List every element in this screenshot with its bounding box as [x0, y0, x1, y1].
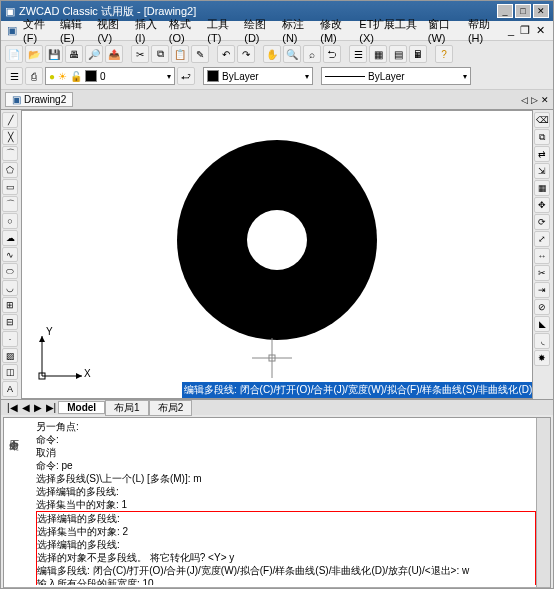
print-icon[interactable]: 🖶	[65, 45, 83, 63]
menu-draw[interactable]: 绘图(D)	[242, 15, 278, 46]
trim-icon[interactable]: ✂	[534, 265, 550, 281]
menu-dimension[interactable]: 标注(N)	[280, 15, 316, 46]
menu-help[interactable]: 帮助(H)	[466, 15, 502, 46]
open-icon[interactable]: 📂	[25, 45, 43, 63]
erase-icon[interactable]: ⌫	[534, 112, 550, 128]
fillet-icon[interactable]: ◟	[534, 333, 550, 349]
preview-icon[interactable]: 🔎	[85, 45, 103, 63]
color-combo[interactable]: ByLayer ▾	[203, 67, 313, 85]
match-icon[interactable]: ✎	[191, 45, 209, 63]
revcloud-icon[interactable]: ☁	[2, 230, 18, 246]
zoom-previous-icon[interactable]: ⮌	[323, 45, 341, 63]
zoom-window-icon[interactable]: ⌕	[303, 45, 321, 63]
copy-obj-icon[interactable]: ⧉	[534, 129, 550, 145]
line-sample	[325, 76, 365, 77]
menu-format[interactable]: 格式(O)	[167, 15, 204, 46]
publish-icon[interactable]: 📤	[105, 45, 123, 63]
tab-nav-prev-icon[interactable]: ◁	[521, 95, 528, 105]
properties-icon[interactable]: ☰	[349, 45, 367, 63]
close-button[interactable]: ✕	[533, 4, 549, 18]
menu-window[interactable]: 窗口(W)	[426, 15, 464, 46]
drawing-canvas[interactable]: X Y 编辑多段线: 闭合(C)/打开(O)/合并(J)/宽度(W)/拟合(F)…	[21, 110, 533, 399]
chamfer-icon[interactable]: ◣	[534, 316, 550, 332]
tab-nav-first[interactable]: |◀	[5, 402, 20, 413]
cut-icon[interactable]: ✂	[131, 45, 149, 63]
tab-nav-prev[interactable]: ◀	[20, 402, 32, 413]
menu-file[interactable]: 文件(F)	[21, 15, 56, 46]
layer-previous-icon[interactable]: ⮐	[177, 67, 195, 85]
make-block-icon[interactable]: ⊟	[2, 314, 18, 330]
app-menu-icon[interactable]: ▣	[5, 22, 19, 39]
tab-nav-last[interactable]: ▶|	[44, 402, 59, 413]
chevron-down-icon: ▾	[463, 72, 467, 81]
scrollbar-vertical[interactable]	[536, 418, 550, 587]
ellipse-icon[interactable]: ⬭	[2, 263, 18, 279]
tab-nav-next[interactable]: ▶	[32, 402, 44, 413]
new-icon[interactable]: 📄	[5, 45, 23, 63]
menu-view[interactable]: 视图(V)	[95, 15, 130, 46]
doc-minimize-button[interactable]: _	[506, 22, 516, 39]
tab-layout1[interactable]: 布局1	[105, 400, 149, 416]
menu-modify[interactable]: 修改(M)	[318, 15, 355, 46]
menu-edit[interactable]: 编辑(E)	[58, 15, 93, 46]
layer-states-icon[interactable]: ⎙	[25, 67, 43, 85]
mirror-icon[interactable]: ⇄	[534, 146, 550, 162]
linetype-combo[interactable]: ByLayer ▾	[321, 67, 471, 85]
scale-icon[interactable]: ⤢	[534, 231, 550, 247]
lightbulb-icon: ●	[49, 71, 55, 82]
tab-close-icon[interactable]: ✕	[541, 95, 549, 105]
arc-icon[interactable]: ⌒	[2, 196, 18, 212]
explode-icon[interactable]: ✸	[534, 350, 550, 366]
hatch-icon[interactable]: ▨	[2, 348, 18, 364]
layer-combo[interactable]: ● ☀ 🔓 0 ▾	[45, 67, 175, 85]
offset-icon[interactable]: ⇲	[534, 163, 550, 179]
paste-icon[interactable]: 📋	[171, 45, 189, 63]
layer-manager-icon[interactable]: ☰	[5, 67, 23, 85]
point-icon[interactable]: ·	[2, 331, 18, 347]
left-toolbar: ╱ ╳ ⌒ ⬠ ▭ ⌒ ○ ☁ ∿ ⬭ ◡ ⊞ ⊟ · ▨ ◫ A	[1, 110, 21, 399]
design-center-icon[interactable]: ▦	[369, 45, 387, 63]
move-icon[interactable]: ✥	[534, 197, 550, 213]
maximize-button[interactable]: □	[515, 4, 531, 18]
tab-model[interactable]: Model	[58, 401, 105, 414]
circle-icon[interactable]: ○	[2, 213, 18, 229]
layout-tabs: |◀ ◀ ▶ ▶| Model 布局1 布局2	[1, 399, 553, 415]
doc-tab[interactable]: ▣ Drawing2	[5, 92, 73, 107]
layer-name: 0	[100, 71, 106, 82]
pan-icon[interactable]: ✋	[263, 45, 281, 63]
rectangle-icon[interactable]: ▭	[2, 179, 18, 195]
doc-close-button[interactable]: ✕	[534, 22, 547, 39]
array-icon[interactable]: ▦	[534, 180, 550, 196]
save-icon[interactable]: 💾	[45, 45, 63, 63]
doc-restore-button[interactable]: ❐	[518, 22, 532, 39]
stretch-icon[interactable]: ↔	[534, 248, 550, 264]
ellipse-arc-icon[interactable]: ◡	[2, 280, 18, 296]
text-icon[interactable]: A	[2, 381, 18, 397]
construction-line-icon[interactable]: ╳	[2, 129, 18, 145]
tab-nav-next-icon[interactable]: ▷	[531, 95, 538, 105]
line-icon[interactable]: ╱	[2, 112, 18, 128]
menu-tools[interactable]: 工具(T)	[205, 15, 240, 46]
rotate-icon[interactable]: ⟳	[534, 214, 550, 230]
undo-icon[interactable]: ↶	[217, 45, 235, 63]
extend-icon[interactable]: ⇥	[534, 282, 550, 298]
copy-icon[interactable]: ⧉	[151, 45, 169, 63]
svg-marker-6	[76, 373, 82, 379]
insert-block-icon[interactable]: ⊞	[2, 297, 18, 313]
bylayer-color-swatch	[207, 70, 219, 82]
polygon-icon[interactable]: ⬠	[2, 162, 18, 178]
command-line: 选择集当中的对象: 2	[37, 525, 535, 538]
zoom-realtime-icon[interactable]: 🔍	[283, 45, 301, 63]
break-icon[interactable]: ⊘	[534, 299, 550, 315]
help-icon[interactable]: ?	[435, 45, 453, 63]
tab-layout2[interactable]: 布局2	[149, 400, 193, 416]
spline-icon[interactable]: ∿	[2, 247, 18, 263]
region-icon[interactable]: ◫	[2, 364, 18, 380]
polyline-icon[interactable]: ⌒	[2, 146, 18, 162]
redo-icon[interactable]: ↷	[237, 45, 255, 63]
menu-insert[interactable]: 插入(I)	[133, 15, 165, 46]
tool-palette-icon[interactable]: ▤	[389, 45, 407, 63]
menu-et-tools[interactable]: ET扩展工具(X)	[357, 15, 423, 46]
toolbar-area: 📄 📂 💾 🖶 🔎 📤 ✂ ⧉ 📋 ✎ ↶ ↷ ✋ 🔍 ⌕ ⮌ ☰ ▦ ▤ 🖩 …	[1, 41, 553, 90]
calc-icon[interactable]: 🖩	[409, 45, 427, 63]
